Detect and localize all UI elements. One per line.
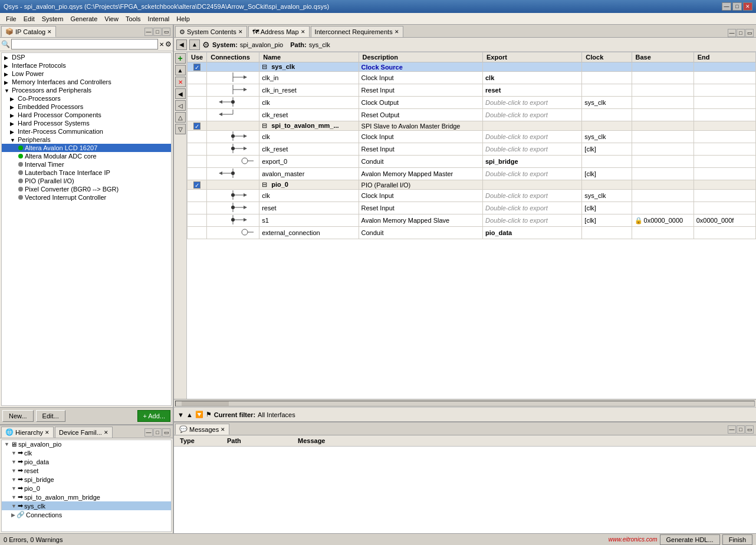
address-map-tab[interactable]: 🗺 Address Map ✕ xyxy=(248,26,310,37)
add-button[interactable]: + Add... xyxy=(137,410,170,422)
addr-map-close[interactable]: ✕ xyxy=(301,29,305,35)
maximize-btn[interactable]: □ xyxy=(732,2,742,11)
btn7[interactable]: ▽ xyxy=(175,124,186,134)
right-minimize[interactable]: — xyxy=(728,29,736,37)
ip-catalog-close[interactable]: ✕ xyxy=(47,29,52,35)
tree-item-coprocessors[interactable]: ▶Co-Processors xyxy=(2,94,171,103)
tree-item-interval-timer[interactable]: Interval Timer xyxy=(2,160,171,169)
hier-connections[interactable]: ▶ 🔗 Connections xyxy=(2,510,171,519)
tree-item-hard-processor-systems[interactable]: ▶Hard Processor Systems xyxy=(2,119,171,127)
checkbox-icon[interactable]: ✓ xyxy=(193,64,200,71)
ip-catalog-tab[interactable]: 📦 IP Catalog ✕ xyxy=(1,26,56,37)
menu-file[interactable]: File xyxy=(2,15,20,23)
move-up-btn[interactable]: ▲ xyxy=(175,65,186,75)
messages-tab[interactable]: 💬 Messages ✕ xyxy=(175,424,229,435)
btn6[interactable]: △ xyxy=(175,112,186,123)
close-btn[interactable]: ✕ xyxy=(743,2,752,11)
expand-icon3[interactable]: ⊟ xyxy=(262,181,267,188)
minimize-btn[interactable]: — xyxy=(722,2,731,11)
btn5[interactable]: ◁ xyxy=(175,100,186,111)
back-btn[interactable]: ◀ xyxy=(176,39,187,50)
tree-item-inter-process-comm[interactable]: ▶Inter-Process Communication xyxy=(2,127,171,136)
add-component-btn[interactable]: + xyxy=(175,53,186,64)
export-spiClk[interactable]: Double-click to export xyxy=(483,131,582,143)
tree-item-low-power[interactable]: ▶Low Power xyxy=(2,70,171,78)
ip-search-input[interactable] xyxy=(11,39,158,49)
export-avalonMaster[interactable]: Double-click to export xyxy=(483,168,582,180)
tree-item-interface-protocols[interactable]: ▶Interface Protocols xyxy=(2,61,171,70)
hier-root[interactable]: ▼ 🖥 spi_avalon_pio xyxy=(2,440,171,448)
up-btn[interactable]: ▲ xyxy=(189,39,200,50)
use-checkbox-spiAvalon[interactable]: ✓ xyxy=(188,121,207,131)
use-checkbox-pio0[interactable]: ✓ xyxy=(188,180,207,190)
menu-tools[interactable]: Tools xyxy=(122,15,144,23)
tree-item-lauterbach[interactable]: Lauterbach Trace Interface IP xyxy=(2,169,171,177)
messages-close[interactable]: ✕ xyxy=(221,427,225,432)
menu-system[interactable]: System xyxy=(38,15,67,23)
checkbox-icon3[interactable]: ✓ xyxy=(193,181,200,189)
tree-item-dsp[interactable]: ▶DSP xyxy=(2,53,171,61)
hier-minimize[interactable]: — xyxy=(144,428,153,437)
export-spiClkReset[interactable]: Double-click to export xyxy=(483,143,582,156)
edit-button[interactable]: Edit... xyxy=(36,410,65,422)
tree-item-hard-processor-components[interactable]: ▶Hard Processor Components xyxy=(2,111,171,119)
export-clk[interactable]: Double-click to export xyxy=(483,97,582,109)
hier-pio-data[interactable]: ▼ ➡ pio_data xyxy=(2,457,171,466)
menu-help[interactable]: Help xyxy=(173,15,193,23)
checkbox-icon2[interactable]: ✓ xyxy=(193,123,200,130)
tree-item-pixel-converter[interactable]: Pixel Converter (BGR0 --> BGR) xyxy=(2,185,171,193)
tree-item-processors[interactable]: ▼Processors and Peripherals xyxy=(2,86,171,94)
msg-restore[interactable]: □ xyxy=(737,425,745,434)
scrollbar-track[interactable] xyxy=(175,401,755,407)
tree-item-altera-avalon-lcd[interactable]: Altera Avalon LCD 16207 xyxy=(2,144,171,152)
expand-icon2[interactable]: ⊟ xyxy=(262,122,267,129)
export-clkReset[interactable]: Double-click to export xyxy=(483,109,582,121)
export-pioClk[interactable]: Double-click to export xyxy=(483,190,582,202)
h-scrollbar[interactable] xyxy=(174,399,756,407)
export-s1[interactable]: Double-click to export xyxy=(483,214,582,227)
hier-clk[interactable]: ▼ ➡ clk xyxy=(2,448,171,457)
filter-icon3[interactable]: 🔽 xyxy=(195,411,203,418)
menu-internal[interactable]: Internal xyxy=(144,15,173,23)
right-restore[interactable]: □ xyxy=(737,29,745,37)
new-button[interactable]: New... xyxy=(2,410,34,422)
hierarchy-close[interactable]: ✕ xyxy=(45,430,50,435)
interconnect-close[interactable]: ✕ xyxy=(395,29,399,35)
right-maximize[interactable]: ▭ xyxy=(745,29,754,37)
hier-pio0[interactable]: ▼ ➡ pio_0 xyxy=(2,484,171,493)
interconnect-tab[interactable]: Interconnect Requirements ✕ xyxy=(311,26,403,37)
tree-item-vectored-interrupt[interactable]: Vectored Interrupt Controller xyxy=(2,193,171,202)
tree-item-altera-modular-adc[interactable]: Altera Modular ADC core xyxy=(2,152,171,160)
tree-item-peripherals[interactable]: ▼Peripherals xyxy=(2,136,171,144)
menu-generate[interactable]: Generate xyxy=(67,15,101,23)
export-pioReset[interactable]: Double-click to export xyxy=(483,202,582,214)
ip-catalog-restore[interactable]: □ xyxy=(153,28,162,36)
clear-search-icon[interactable]: ✕ xyxy=(159,41,164,48)
window-controls[interactable]: — □ ✕ xyxy=(722,2,752,11)
tree-item-embedded-processors[interactable]: ▶Embedded Processors xyxy=(2,103,171,111)
ip-catalog-maximize[interactable]: ▭ xyxy=(162,28,170,36)
generate-hdl-button[interactable]: Generate HDL... xyxy=(660,534,720,545)
system-contents-tab[interactable]: ⚙ System Contents ✕ xyxy=(175,26,247,37)
filter-icon1[interactable]: ▼ xyxy=(178,411,184,418)
hier-spi-bridge[interactable]: ▼ ➡ spi_bridge xyxy=(2,475,171,484)
move-down-btn[interactable]: ✕ xyxy=(175,77,186,87)
settings-icon[interactable]: ⚙ xyxy=(165,40,172,48)
device-family-tab[interactable]: Device Famil... ✕ xyxy=(55,427,113,438)
tree-item-pio[interactable]: PIO (Parallel I/O) xyxy=(2,177,171,185)
tree-item-memory-interfaces[interactable]: ▶Memory Interfaces and Controllers xyxy=(2,78,171,86)
hier-restore[interactable]: □ xyxy=(153,428,162,437)
filter-icon2[interactable]: ▲ xyxy=(186,411,193,418)
hier-maximize[interactable]: ▭ xyxy=(162,428,170,437)
hier-reset[interactable]: ▼ ➡ reset xyxy=(2,466,171,475)
hierarchy-tab[interactable]: 🌐 Hierarchy ✕ xyxy=(1,427,54,438)
ip-catalog-minimize[interactable]: — xyxy=(144,28,153,36)
hier-sys-clk[interactable]: ▼ ➡ sys_clk xyxy=(2,501,171,510)
filter-icon4[interactable]: ⚑ xyxy=(206,411,212,418)
device-close[interactable]: ✕ xyxy=(104,430,109,435)
msg-minimize[interactable]: — xyxy=(728,425,736,434)
finish-button[interactable]: Finish xyxy=(722,534,752,545)
btn4[interactable]: ◀ xyxy=(175,88,186,99)
sys-contents-close[interactable]: ✕ xyxy=(238,29,243,35)
scrollbar-thumb[interactable] xyxy=(182,401,229,406)
